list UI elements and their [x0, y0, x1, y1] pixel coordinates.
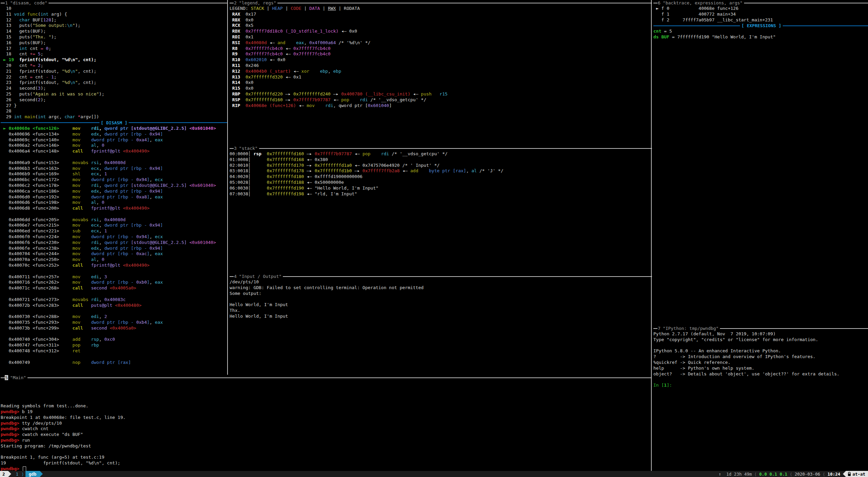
powerline-arrow-icon	[8, 471, 11, 477]
terminal-line: R13 0x7fffffffd320 ◂— 0x1	[230, 74, 652, 80]
terminal-line: Reading symbols from test...done.	[1, 403, 651, 409]
terminal-line: 18 cnt += 5;	[1, 51, 228, 57]
border-line	[28, 377, 651, 378]
pane-border-vertical[interactable]	[651, 0, 652, 471]
terminal-line	[1, 354, 228, 360]
pane-ipython[interactable]: 7"IPython: tmp/pwndbg" Python 2.7.17 (de…	[652, 325, 868, 471]
powerline-arrow-icon	[843, 471, 846, 477]
pane-disasm-code[interactable]: 1"disasm, code" 10 11 void func(int arg)…	[0, 0, 228, 375]
terminal-line: 0x400716 <func+262> mov dword ptr [rbp -…	[1, 280, 228, 285]
chevron-right-icon: ⟩	[20, 471, 25, 477]
terminal-line: Python 2.7.17 (default, Nov 7 2019, 10:0…	[653, 331, 868, 337]
terminal-line: 28	[1, 108, 228, 114]
terminal-line: 0x400696 <func+134> mov edx, dword ptr […	[1, 131, 228, 137]
session-badge[interactable]: 2	[0, 471, 8, 477]
terminal-line: Type "copyright", "credits" or "license"…	[653, 337, 868, 343]
terminal-line: 23 fprintf(stdout, "%d\n", cnt);	[1, 80, 228, 86]
pane-header: 4"Input / Output"	[230, 273, 652, 279]
terminal-line	[653, 343, 868, 349]
pane-backtrace[interactable]: 6"backtrace, expressions, args" ► f 0 40…	[652, 0, 868, 325]
separator-line	[783, 25, 868, 26]
pane-gdb-main[interactable]: 5"Main" Reading symbols from test...done…	[0, 375, 651, 471]
terminal-line: 0x40072b <func+283> call puts@plt <0x400…	[1, 303, 228, 308]
terminal-line: R12 0x4004b0 (_start) ◂— xor ebp, ebp	[230, 69, 652, 74]
status-left: 2 1 ⟩ gdb	[0, 471, 43, 477]
terminal-line: cnt = 5	[653, 29, 868, 34]
terminal-line: 0x4006bc <func+172> mov dword ptr [rbp -…	[1, 177, 228, 183]
terminal-line: 0x4006c2 <func+178> mov rdi, qword ptr […	[1, 183, 228, 189]
window-name[interactable]: gdb	[25, 471, 40, 477]
terminal-line: 0x400730 <func+288> mov edi, 2	[1, 314, 228, 320]
tmux-screen: { "panes": { "p1": { "num": "1", "title"…	[0, 0, 868, 477]
chevron-left-icon: ⟨	[787, 471, 795, 477]
powerline-arrow-icon	[40, 471, 43, 477]
terminal-line: RAX 0x17	[230, 12, 652, 17]
terminal-line: 07:0038│ 0x7fffffffd198 ◂— "rld, I'm Inp…	[230, 191, 652, 197]
terminal-line: pwndbg> b 19	[1, 409, 651, 415]
terminal-line: 04:0020│ 0x7fffffffd180 ◂— 0xffffd190000…	[230, 174, 652, 180]
pane-io[interactable]: 4"Input / Output" /dev/pts/10warning: GD…	[228, 273, 652, 375]
terminal-line	[1, 211, 228, 217]
border-line	[49, 3, 228, 3]
tmux-status-bar: 2 1 ⟩ gdb ↑ 1d 23h 49m ⟨ 0.0 0.1 0.1 ⟨ 2…	[0, 471, 868, 477]
terminal-line: Starting program: /tmp/pwndbg/test	[1, 443, 651, 449]
pane-title: "Input / Output"	[237, 274, 283, 279]
terminal-line: 0x400711 <func+257> mov edi, 3	[1, 274, 228, 280]
ipython-console[interactable]: Python 2.7.17 (default, Nov 7 2019, 10:0…	[653, 331, 868, 388]
border-line	[720, 328, 868, 329]
border-line	[1, 377, 5, 378]
terminal-line: ► 0x40068e <func+126> mov rdi, qword ptr…	[1, 126, 228, 131]
status-time: 10:24	[828, 471, 840, 477]
pane-number: 6	[657, 0, 661, 5]
terminal-line: R10 0x602010 ◂— 0x0	[230, 57, 652, 63]
terminal-line: ds BUF = 7fffffffd190 "Hello World, I'm …	[653, 34, 868, 40]
separator-line	[129, 122, 228, 123]
terminal-line: 0x4006e7 <func+215> mov ecx, dword ptr […	[1, 223, 228, 228]
status-uptime: ↑ 1d 23h 49m	[719, 471, 752, 477]
pane-stack[interactable]: 3"stack" 00:0000│ rsp 0x7fffffffd160 —▸ …	[228, 145, 652, 273]
terminal-line: 03:0018│ 0x7fffffffd178 —▸ 0x7fffffffd1b…	[230, 168, 652, 174]
pane-header: 5"Main"	[1, 375, 651, 381]
pane-header: 6"backtrace, expressions, args"	[653, 0, 868, 6]
status-right: ↑ 1d 23h 49m ⟨ 0.0 0.1 0.1 ⟨ 2020-03-06 …	[719, 471, 868, 477]
terminal-line: ► 19 fprintf(stdout, "%d\n", cnt);	[1, 57, 228, 63]
window-index[interactable]: 1	[11, 471, 20, 477]
terminal-line: 0x4006d8 <func+200> call fprintf@plt <0x…	[1, 206, 228, 211]
pane-number: 2	[234, 0, 237, 5]
terminal-line: RSI 0x40080d ◂— and eax, 0x4f000a64 /* '…	[230, 40, 652, 46]
terminal-line: 25 puts("Again as it was so nice");	[1, 91, 228, 97]
terminal-line: /dev/pts/10	[230, 279, 652, 285]
terminal-line: pwndbg> cwatch execute "ds BUF"	[1, 432, 651, 438]
terminal-line: RBP 0x7fffffffd220 —▸ 0x7fffffffd240 —▸ …	[230, 91, 652, 97]
pane-border-vertical[interactable]	[227, 0, 228, 375]
terminal-line: 06:0030│ 0x7fffffffd190 ◂— "Hello World,…	[230, 186, 652, 191]
terminal-line: Hello World, I'm Input	[230, 314, 652, 319]
terminal-line: RCX 0x5	[230, 23, 652, 29]
terminal-line: 26 second(2);	[1, 97, 228, 103]
terminal-line	[1, 392, 651, 398]
terminal-line: 11 void func(int arg) {	[1, 12, 228, 17]
terminal-line: Hello World, I'm Input	[230, 302, 652, 308]
terminal-line	[1, 449, 651, 455]
terminal-line: Thx.	[230, 308, 652, 314]
terminal-line: 0x40073b <func+299> call second <0x4005a…	[1, 325, 228, 331]
terminal-line: 0x4006a9 <func+153> movabs rsi, 0x40080d	[1, 160, 228, 166]
terminal-line	[1, 308, 228, 314]
terminal-line: pwndbg> cwatch cnt	[1, 426, 651, 432]
terminal-line: RBX 0x0	[230, 17, 652, 23]
terminal-line	[1, 331, 228, 337]
border-line	[744, 3, 868, 3]
terminal-line: object? -> Details about 'object', use '…	[653, 371, 868, 377]
border-line	[283, 276, 652, 277]
separator-line	[653, 25, 740, 26]
registers: LEGEND: STACK | HEAP | CODE | DATA | RWX…	[230, 6, 652, 108]
terminal-line: 0x4006ed <func+221> sub ecx, 1	[1, 228, 228, 234]
terminal-line: 0x400749 nop dword ptr [rax]	[1, 360, 228, 366]
pane-registers[interactable]: 2"legend, regs" LEGEND: STACK | HEAP | C…	[228, 0, 652, 145]
status-date: 2020-03-06	[795, 471, 820, 477]
terminal-line: warning: GDB: Failed to set controlling …	[230, 285, 652, 291]
terminal-line: f 2 7ffff7a05b97 __libc_start_main+231	[653, 17, 868, 23]
source-listing: 10 11 void func(int arg) { 12 char BUF[1…	[1, 6, 228, 120]
border-line	[277, 3, 652, 3]
gdb-console[interactable]: Reading symbols from test...done.pwndbg>…	[1, 381, 651, 471]
